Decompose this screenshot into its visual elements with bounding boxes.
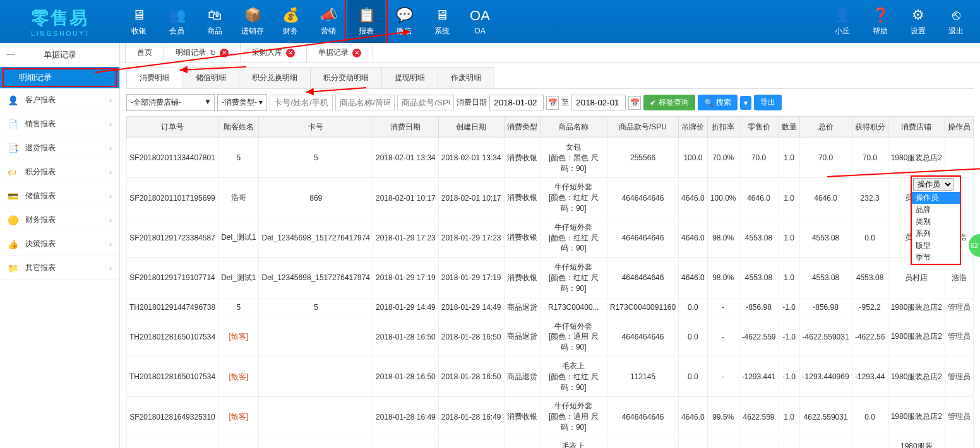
col-零售价: 零售价 (739, 117, 779, 138)
operator-option[interactable]: 操作员 (912, 192, 960, 204)
col-消费日期: 消费日期 (373, 117, 439, 138)
rmenu-帮助[interactable]: ❓帮助 (861, 0, 899, 43)
col-消费店铺: 消费店铺 (888, 117, 945, 138)
menu-财务[interactable]: 💰财务 (272, 0, 309, 43)
card-input[interactable] (270, 95, 333, 110)
col-总价: 总价 (799, 117, 852, 138)
menu-报表[interactable]: 📋报表 (347, 0, 385, 43)
table-row[interactable]: 毛衣上1980服装 (127, 437, 974, 448)
sidebar-item-决策报表[interactable]: 👍决策报表› (0, 232, 119, 256)
col-操作员: 操作员 (945, 117, 974, 138)
table-row[interactable]: SF201801281649325310[散客]2018-01-28 16:49… (127, 397, 974, 437)
sidebar-item-销售报表[interactable]: 📄销售报表› (0, 112, 119, 136)
subtab-积分兑换明细[interactable]: 积分兑换明细 (239, 67, 311, 88)
operator-option[interactable]: 系列 (912, 228, 960, 240)
table-row[interactable]: TH201801291447496738552018-01-29 14:4920… (127, 298, 974, 317)
subtab-储值明细[interactable]: 储值明细 (182, 67, 239, 88)
rmenu-设置[interactable]: ⚙设置 (899, 0, 937, 43)
tab-采购入库[interactable]: 采购入库✕ (240, 43, 307, 62)
sidebar-item-退货报表[interactable]: 📑退货报表› (0, 136, 119, 160)
table-row[interactable]: TH201801281650107534[散客]2018-01-28 16:50… (127, 317, 974, 357)
top-menu: 🖥收银👥会员🛍商品📦进销存💰财务📣营销📋报表💬微信🖥系统OAOA (120, 0, 823, 43)
operator-dropdown[interactable]: 操作员 操作员品牌类别系列版型季节 (911, 175, 961, 265)
col-卡号: 卡号 (259, 117, 373, 138)
col-商品款号/SPU: 商品款号/SPU (607, 117, 679, 138)
calendar-icon[interactable]: 📅 (546, 96, 559, 110)
operator-select[interactable]: 操作员 (913, 178, 953, 191)
data-table: 订单号顾客姓名卡号消费日期创建日期消费类型商品名称商品款号/SPU吊牌价折扣率零… (126, 116, 974, 448)
operator-option[interactable]: 品牌 (912, 204, 960, 216)
tab-单据记录[interactable]: 单据记录✕ (306, 43, 373, 62)
date-label: 消费日期 (457, 97, 487, 108)
close-icon[interactable]: ✕ (220, 49, 229, 57)
table-row[interactable]: SF201801291723384587Del_测试1Del_12345698_… (127, 218, 974, 257)
sidebar-item-其它报表[interactable]: 📁其它报表› (0, 256, 119, 280)
search-button[interactable]: 🔍 搜索 (698, 95, 738, 110)
tab-明细记录[interactable]: 明细记录↻✕ (164, 43, 241, 62)
date-to[interactable] (571, 95, 626, 110)
topbar: 零售易 LINGSHOUYI 🖥收银👥会员🛍商品📦进销存💰财务📣营销📋报表💬微信… (0, 0, 980, 43)
page-tabs: 首页明细记录↻✕采购入库✕单据记录✕ (120, 43, 980, 63)
subtab-消费明细[interactable]: 消费明细 (126, 67, 183, 88)
search-dropdown-button[interactable]: ▾ (740, 96, 751, 110)
filter-bar: -全部消费店铺-▼ -消费类型- ▾ 消费日期 📅 至 📅 ✔ 标签查询 🔍 搜… (120, 89, 980, 116)
sidebar-item-客户报表[interactable]: 👤客户报表› (0, 88, 119, 112)
sidebar-item-财务报表[interactable]: 🟡财务报表› (0, 208, 119, 232)
col-订单号: 订单号 (127, 117, 218, 138)
logo: 零售易 LINGSHOUYI (0, 0, 120, 43)
menu-系统[interactable]: 🖥系统 (423, 0, 461, 43)
product-input[interactable] (335, 95, 395, 110)
sub-tabs: 消费明细储值明细积分兑换明细积分变动明细提现明细作废明细 (126, 67, 974, 89)
menu-商品[interactable]: 🛍商品 (196, 0, 234, 43)
col-吊牌价: 吊牌价 (679, 117, 708, 138)
col-顾客姓名: 顾客姓名 (218, 117, 259, 138)
operator-option[interactable]: 类别 (912, 216, 960, 228)
data-table-wrap: 订单号顾客姓名卡号消费日期创建日期消费类型商品名称商品款号/SPU吊牌价折扣率零… (126, 116, 974, 448)
col-数量: 数量 (779, 117, 799, 138)
operator-option[interactable]: 版型 (912, 240, 960, 252)
type-select[interactable]: -消费类型- ▾ (217, 94, 267, 111)
col-商品名称: 商品名称 (540, 117, 607, 138)
sidebar-item-积分报表[interactable]: 🏷积分报表› (0, 160, 119, 184)
store-select[interactable]: -全部消费店铺-▼ (126, 94, 215, 111)
close-icon[interactable]: ✕ (286, 49, 295, 57)
col-获得积分: 获得积分 (852, 117, 888, 138)
sidebar-title: —单据记录 (0, 43, 119, 67)
date-from[interactable] (489, 95, 544, 110)
menu-OA[interactable]: OAOA (461, 0, 499, 43)
right-menu: 👤小丘❓帮助⚙设置⎋退出 (823, 0, 975, 43)
sidebar: —单据记录 明细记录 👤客户报表›📄销售报表›📑退货报表›🏷积分报表›💳储值报表… (0, 43, 120, 448)
table-row[interactable]: SF201801291719107714Del_测试1Del_12345698_… (127, 258, 974, 298)
sidebar-active-item[interactable]: 明细记录 (0, 67, 119, 88)
subtab-作废明细[interactable]: 作废明细 (438, 67, 494, 88)
close-icon[interactable]: ✕ (352, 49, 361, 57)
tab-首页[interactable]: 首页 (125, 43, 164, 62)
spu-input[interactable] (397, 95, 454, 110)
subtab-积分变动明细[interactable]: 积分变动明细 (310, 67, 382, 88)
date-to-label: 至 (561, 97, 569, 108)
col-消费类型: 消费类型 (504, 117, 540, 138)
subtab-提现明细[interactable]: 提现明细 (381, 67, 438, 88)
menu-营销[interactable]: 📣营销 (309, 0, 347, 43)
tag-query-button[interactable]: ✔ 标签查询 (643, 95, 695, 110)
logo-cn: 零售易 (32, 6, 88, 30)
operator-option[interactable]: 季节 (912, 252, 960, 264)
logo-en: LINGSHOUYI (31, 30, 89, 37)
menu-会员[interactable]: 👥会员 (158, 0, 196, 43)
table-row[interactable]: TH201801281650107534[散客]2018-01-28 16:50… (127, 357, 974, 396)
table-row[interactable]: SF201802011334407801552018-02-01 13:3420… (127, 138, 974, 178)
rmenu-退出[interactable]: ⎋退出 (937, 0, 975, 43)
menu-微信[interactable]: 💬微信 (385, 0, 423, 43)
main: 首页明细记录↻✕采购入库✕单据记录✕ 消费明细储值明细积分兑换明细积分变动明细提… (120, 43, 980, 448)
menu-进销存[interactable]: 📦进销存 (234, 0, 272, 43)
col-创建日期: 创建日期 (438, 117, 504, 138)
rmenu-小丘[interactable]: 👤小丘 (823, 0, 861, 43)
refresh-icon[interactable]: ↻ (210, 49, 216, 57)
sidebar-item-储值报表[interactable]: 💳储值报表› (0, 184, 119, 208)
menu-收银[interactable]: 🖥收银 (120, 0, 158, 43)
col-折扣率: 折扣率 (707, 117, 739, 138)
export-button[interactable]: 导出 (754, 95, 782, 110)
table-row[interactable]: SF201802011017195699浩哥8692018-02-01 10:1… (127, 178, 974, 218)
calendar-icon[interactable]: 📅 (628, 96, 641, 110)
